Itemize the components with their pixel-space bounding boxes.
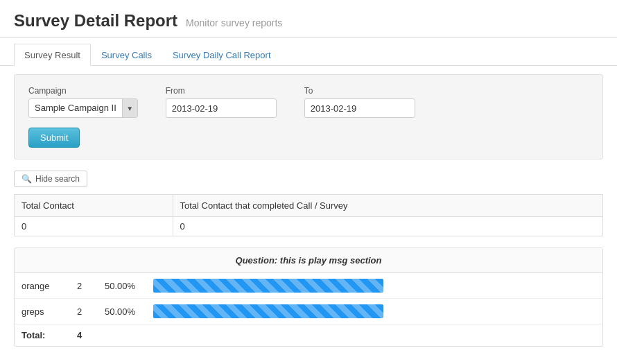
filter-panel: Campaign Sample Campaign II ▼ From To Su… xyxy=(14,74,603,159)
chart-row-orange: orange 2 50.00% xyxy=(15,273,602,299)
summary-col-completed: Total Contact that completed Call / Surv… xyxy=(173,195,603,217)
campaign-select[interactable]: Sample Campaign II ▼ xyxy=(28,98,138,118)
chart-pct-orange: 50.00% xyxy=(105,281,153,291)
summary-col-total-contact: Total Contact xyxy=(15,195,173,217)
to-label: To xyxy=(304,86,415,96)
submit-button[interactable]: Submit xyxy=(28,128,80,148)
to-input[interactable] xyxy=(304,98,415,118)
chart-section: Question: this is play msg section orang… xyxy=(14,248,603,347)
filter-row: Campaign Sample Campaign II ▼ From To xyxy=(28,86,589,118)
from-field: From xyxy=(166,86,277,118)
chart-bar-wrap-orange xyxy=(153,279,596,293)
page-header: Survey Detail Report Monitor survey repo… xyxy=(0,0,617,38)
chart-bar-orange xyxy=(153,279,383,293)
campaign-field: Campaign Sample Campaign II ▼ xyxy=(28,86,138,118)
chart-count-greps: 2 xyxy=(77,306,105,317)
tab-bar: Survey Result Survey Calls Survey Daily … xyxy=(0,44,617,66)
chart-total-value: 4 xyxy=(77,330,105,340)
hide-search-label: Hide search xyxy=(35,174,80,184)
from-label: From xyxy=(166,86,277,96)
chart-bar-greps xyxy=(153,304,383,318)
chart-label-orange: orange xyxy=(21,281,77,291)
chart-bar-wrap-greps xyxy=(153,304,596,318)
chart-total-row: Total: 4 xyxy=(15,324,602,346)
from-input[interactable] xyxy=(166,98,277,118)
chart-count-orange: 2 xyxy=(77,281,105,291)
campaign-select-value: Sample Campaign II xyxy=(29,98,122,118)
hide-search-button[interactable]: 🔍 Hide search xyxy=(14,171,87,187)
summary-row: 0 0 xyxy=(15,217,603,236)
summary-table: Total Contact Total Contact that complet… xyxy=(14,194,603,236)
summary-val-completed: 0 xyxy=(173,217,603,236)
tab-survey-calls[interactable]: Survey Calls xyxy=(91,44,162,66)
page-subtitle: Monitor survey reports xyxy=(186,17,282,28)
chart-pct-greps: 50.00% xyxy=(105,306,153,317)
submit-row: Submit xyxy=(28,128,589,148)
tab-survey-result[interactable]: Survey Result xyxy=(14,44,91,66)
chart-body: orange 2 50.00% greps 2 50.00% Total: 4 xyxy=(15,273,602,346)
hide-search-row: 🔍 Hide search xyxy=(0,168,617,194)
chart-total-label: Total: xyxy=(21,330,77,340)
search-icon: 🔍 xyxy=(21,174,32,184)
chart-row-greps: greps 2 50.00% xyxy=(15,299,602,324)
chart-title: Question: this is play msg section xyxy=(15,248,602,273)
campaign-label: Campaign xyxy=(28,86,138,96)
to-field: To xyxy=(304,86,415,118)
page-title: Survey Detail Report xyxy=(14,11,177,31)
chart-label-greps: greps xyxy=(21,306,77,317)
summary-val-total-contact: 0 xyxy=(15,217,173,236)
campaign-dropdown-arrow: ▼ xyxy=(122,98,137,118)
tab-survey-daily-call-report[interactable]: Survey Daily Call Report xyxy=(162,44,281,66)
